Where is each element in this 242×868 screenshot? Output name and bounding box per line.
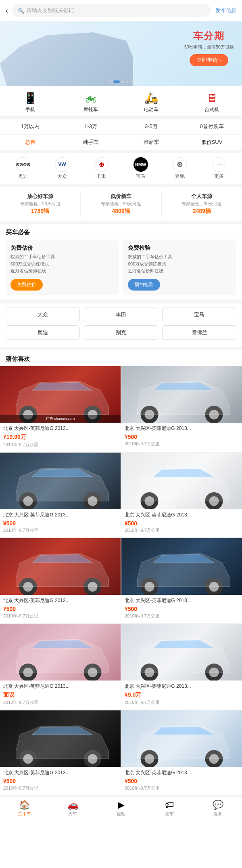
filter-under1w[interactable]: 1万以内 bbox=[0, 123, 60, 130]
car-image-8 bbox=[0, 710, 121, 767]
stat-good-source[interactable]: 放心好车源 专家验检，90天可退 1789辆 bbox=[0, 191, 81, 217]
publish-button[interactable]: 发布信息 bbox=[215, 7, 236, 14]
filter-btn-toyota[interactable]: 丰田 bbox=[84, 308, 158, 322]
inspect-button[interactable]: 预约检测 bbox=[128, 279, 160, 291]
nav-second-hand[interactable]: 🏠 二手车 bbox=[0, 800, 48, 817]
back-icon[interactable]: ‹ bbox=[6, 6, 8, 15]
car-name: 北京 大兴区-英菲尼迪G 2013... bbox=[3, 683, 117, 690]
filter-pure-hand[interactable]: 纯手车 bbox=[60, 139, 121, 146]
brand-more[interactable]: ··· 更多 bbox=[212, 157, 226, 180]
phone-icon: 📱 bbox=[21, 91, 39, 105]
filter-low-suv[interactable]: 低价SUV bbox=[182, 139, 242, 146]
category-item-ebike[interactable]: 🛵 电动车 bbox=[121, 91, 182, 113]
filter-near-new[interactable]: 准新车 bbox=[121, 139, 182, 146]
car-image-4 bbox=[0, 538, 121, 595]
stat-low-sub: 专家验检，90天可退 bbox=[81, 201, 161, 207]
brand-filter-row1: 大众 丰田 宝马 bbox=[6, 308, 236, 322]
nav-video[interactable]: ▶ 视频 bbox=[97, 800, 145, 817]
estimate-button[interactable]: 免费估价 bbox=[10, 279, 43, 291]
nav-sell[interactable]: 🏷 卖车 bbox=[145, 800, 194, 817]
filter-btn-bmw[interactable]: 宝马 bbox=[162, 308, 236, 322]
car-name: 北京 大兴区-英菲尼迪G 2013... bbox=[125, 597, 239, 604]
toyota-logo: ⊕ bbox=[94, 157, 108, 172]
car-card[interactable]: 北京 大兴区-英菲尼迪G 2013...¥5002010年-9.7万公里 bbox=[121, 366, 242, 452]
nav-label-tian-car: 天车 bbox=[68, 811, 77, 817]
car-price: ¥9.0万 bbox=[125, 691, 239, 699]
benz-label: 奔驰 bbox=[175, 173, 185, 180]
car-image-9 bbox=[121, 710, 242, 767]
car-image-1 bbox=[121, 366, 242, 423]
nav-tian-car[interactable]: 🚗 天车 bbox=[48, 800, 97, 817]
car-card-inner bbox=[0, 624, 121, 680]
car-card[interactable]: 广告 channin.com北京 大兴区-英菲尼迪G 2013...¥19.90… bbox=[0, 366, 121, 452]
stat-low-price[interactable]: 低价新车 专家验检，90天可退 4809辆 bbox=[81, 191, 161, 217]
car-card[interactable]: 北京 大兴区-英菲尼迪G 2013...¥5002010年-9.7万公里 bbox=[0, 453, 121, 537]
filter-btn-buick[interactable]: 别克 bbox=[84, 325, 158, 340]
desktop-icon: 🖥 bbox=[203, 91, 221, 105]
brand-toyota[interactable]: ⊕ 丰田 bbox=[94, 157, 108, 180]
second-hand-icon: 🏠 bbox=[19, 800, 30, 810]
car-price: ¥500 bbox=[3, 520, 117, 527]
filter-btn-audi[interactable]: 奥迪 bbox=[6, 325, 80, 340]
nav-service[interactable]: 💬 服务 bbox=[194, 800, 242, 817]
brand-filter-row2: 奥迪 别克 雪佛兰 bbox=[6, 325, 236, 340]
phone-frame: ‹ 🔍 请输入类别或关键词 发布信息 车分期 30秒申请，最高50万贷款 立即申… bbox=[0, 0, 242, 868]
brand-audi[interactable]: ⊙⊙⊙⊙ 奥迪 bbox=[16, 157, 30, 180]
dot-3 bbox=[122, 80, 124, 83]
category-item-desktop[interactable]: 🖥 台式机 bbox=[182, 91, 242, 113]
vw-logo: VW bbox=[55, 157, 69, 172]
search-icon: 🔍 bbox=[18, 8, 24, 14]
filter-btn-chevrolet[interactable]: 雪佛兰 bbox=[162, 325, 236, 340]
car-card[interactable]: 北京 大兴区-英菲尼迪G 2013...¥5002010年-9.7万公里 bbox=[121, 710, 242, 795]
car-card-inner bbox=[121, 453, 242, 509]
car-card[interactable]: 北京 大兴区-英菲尼迪G 2013...面议2010年-9.7万公里 bbox=[0, 624, 121, 710]
car-image-5 bbox=[121, 538, 242, 595]
car-meta: 2010年-9.7万公里 bbox=[125, 527, 239, 533]
car-meta: 2010年-9.7万公里 bbox=[3, 785, 117, 791]
category-item-motorcycle[interactable]: 🏍 摩托车 bbox=[60, 91, 121, 113]
car-card[interactable]: 北京 大兴区-英菲尼迪G 2013...¥5002010年-9.7万公里 bbox=[0, 538, 121, 623]
category-row: 📱 手机 🏍 摩托车 🛵 电动车 🖥 台式机 bbox=[0, 86, 242, 119]
stat-personal[interactable]: 个人车源 专家验检，90天可退 2489辆 bbox=[162, 191, 242, 217]
car-info: 北京 大兴区-英菲尼迪G 2013...面议2010年-9.7万公里 bbox=[0, 680, 121, 710]
banner-car-image bbox=[0, 29, 133, 86]
car-card-inner bbox=[0, 538, 121, 595]
car-card-inner bbox=[121, 366, 242, 423]
service-icon: 💬 bbox=[213, 800, 223, 810]
buy-section-header: 买车必备 bbox=[0, 224, 242, 240]
car-info: 北京 大兴区-英菲尼迪G 2013...¥5002010年-9.7万公里 bbox=[121, 767, 242, 795]
car-card[interactable]: 北京 大兴区-英菲尼迪G 2013...¥9.0万2010年-9.7万公里 bbox=[121, 624, 242, 710]
filter-zero-down[interactable]: 0首付购车 bbox=[182, 123, 242, 130]
brand-vw[interactable]: VW 大众 bbox=[55, 157, 69, 180]
filter-btn-vw[interactable]: 大众 bbox=[6, 308, 80, 322]
filter-urgent[interactable]: 急售 bbox=[0, 139, 60, 146]
category-item-phone[interactable]: 📱 手机 bbox=[0, 91, 60, 113]
brand-bmw[interactable]: BMW 宝马 bbox=[134, 157, 148, 180]
search-box[interactable]: 🔍 请输入类别或关键词 bbox=[12, 4, 211, 17]
car-name: 北京 大兴区-英菲尼迪G 2013... bbox=[3, 512, 117, 518]
car-card[interactable]: 北京 大兴区-英菲尼迪G 2013...¥5002010年-9.7万公里 bbox=[121, 538, 242, 623]
car-name: 北京 大兴区-英菲尼迪G 2013... bbox=[125, 769, 239, 776]
banner-apply-button[interactable]: 立即申请 › bbox=[190, 54, 228, 66]
dot-5 bbox=[131, 80, 133, 83]
video-icon: ▶ bbox=[118, 800, 125, 810]
banner-title: 车分期 bbox=[184, 29, 234, 42]
banner-subtitle: 30秒申请，最高50万贷款 bbox=[184, 44, 234, 50]
dot-1 bbox=[109, 80, 111, 83]
filter-3to5w[interactable]: 3-5万 bbox=[121, 123, 182, 130]
car-price: ¥500 bbox=[3, 606, 117, 612]
car-card[interactable]: 北京 大兴区-英菲尼迪G 2013...¥5002010年-9.7万公里 bbox=[121, 453, 242, 537]
dot-4 bbox=[126, 80, 129, 83]
car-image-7 bbox=[121, 624, 242, 680]
buy-cards: 免费估价 权威的二手车估价工具600万成交训练模式近万名估价师在线 免费估价 免… bbox=[0, 240, 242, 303]
stat-good-sub: 专家验检，90天可退 bbox=[0, 201, 80, 207]
ebike-icon: 🛵 bbox=[142, 91, 160, 105]
car-card[interactable]: 北京 大兴区-英菲尼迪G 2013...¥5002010年-9.7万公里 bbox=[0, 710, 121, 795]
bottom-nav: 🏠 二手车 🚗 天车 ▶ 视频 🏷 卖车 💬 服务 bbox=[0, 796, 242, 819]
filter-1to3w[interactable]: 1-3万 bbox=[60, 123, 121, 130]
car-name: 北京 大兴区-英菲尼迪G 2013... bbox=[125, 512, 239, 518]
car-name: 北京 大兴区-英菲尼迪G 2013... bbox=[3, 769, 117, 776]
sell-icon: 🏷 bbox=[165, 800, 174, 810]
buy-card-inspect: 免费检验 权威的二手车估价工具600万成交训练模式近万名估价师在线 预约检测 bbox=[123, 240, 236, 295]
brand-benz[interactable]: ⊛ 奔驰 bbox=[173, 157, 187, 180]
